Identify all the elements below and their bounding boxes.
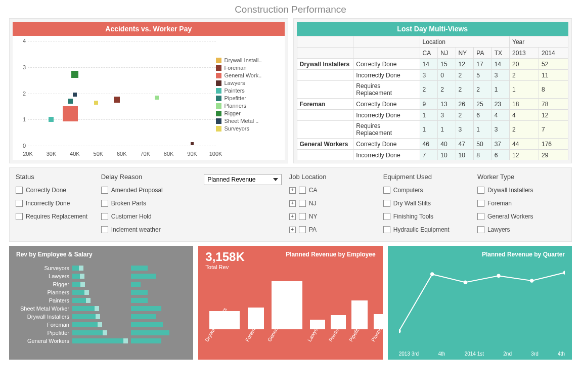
lostday-table: LocationYearCANJNYPATX20132014Drywall In…	[297, 36, 569, 160]
legend-item[interactable]: Sheet Metal ..	[216, 117, 282, 124]
filter-checkbox[interactable]: Incorrectly Done	[16, 200, 95, 207]
checkbox-icon[interactable]	[101, 213, 108, 220]
scatter-point[interactable]	[71, 71, 78, 78]
card-title-prev-emp: Planned Revenue by Employee	[286, 251, 375, 258]
svg-point-3	[497, 274, 500, 278]
legend-item[interactable]: General Work..	[216, 72, 282, 79]
panel-accidents-vs-pay: Accidents vs. Worker Pay 0123420K30K40K5…	[9, 18, 288, 163]
filter-title-location: Job Location	[289, 173, 377, 181]
filter-checkbox[interactable]: General Workers	[477, 213, 565, 220]
checkbox-icon[interactable]	[477, 213, 484, 220]
legend-item[interactable]: Painters	[216, 87, 282, 94]
filter-checkbox[interactable]: +CA	[289, 187, 377, 194]
filter-checkbox[interactable]: +NJ	[289, 200, 377, 207]
expand-icon[interactable]: +	[289, 187, 296, 194]
checkbox-icon[interactable]	[101, 200, 108, 207]
checkbox-icon[interactable]	[383, 200, 390, 207]
filter-checkbox[interactable]: Customer Hold	[101, 213, 198, 220]
hbar-label: Painters	[16, 297, 69, 303]
checkbox-icon[interactable]	[477, 187, 484, 194]
hbar-chart[interactable]: SurveyorsLawyersRiggerPlannersPaintersSh…	[16, 264, 186, 344]
checkbox-icon[interactable]	[299, 226, 306, 233]
svg-point-4	[530, 279, 533, 283]
scatter-point[interactable]	[114, 97, 120, 103]
checkbox-icon[interactable]	[101, 187, 108, 194]
checkbox-icon[interactable]	[16, 213, 23, 220]
filter-checkbox[interactable]: Correctly Done	[16, 187, 95, 194]
panel-title-lostday: Lost Day Multi-Views	[297, 22, 569, 36]
scatter-legend: Drywall Install..ForemanGeneral Work..La…	[216, 36, 285, 160]
checkbox-icon[interactable]	[16, 200, 23, 207]
card-planned-rev-quarter: Planned Revenue by Quarter 2013 3rd4th20…	[388, 246, 572, 360]
scatter-point[interactable]	[94, 101, 98, 105]
filter-checkbox[interactable]: Drywall Installers	[477, 187, 565, 194]
scatter-point[interactable]	[63, 106, 78, 121]
hbar-label: Sheet Metal Worker	[16, 306, 69, 312]
checkbox-icon[interactable]	[101, 226, 108, 233]
filter-checkbox[interactable]: Computers	[383, 187, 471, 194]
legend-item[interactable]: Surveyors	[216, 125, 282, 132]
panel-title-accidents: Accidents vs. Worker Pay	[13, 22, 285, 36]
hbar-label: Pipefitter	[16, 330, 69, 336]
vbar-chart[interactable]: Drywall InstallersForemanGeneral Workers…	[205, 276, 375, 355]
scatter-point[interactable]	[73, 93, 77, 97]
svg-point-5	[563, 271, 565, 275]
card-rev-employee-salary: Rev by Employee & Salary SurveyorsLawyer…	[9, 246, 193, 360]
filter-title-status: Status	[16, 173, 95, 181]
checkbox-icon[interactable]	[383, 187, 390, 194]
checkbox-icon[interactable]	[477, 200, 484, 207]
svg-point-1	[430, 272, 434, 276]
filter-checkbox[interactable]: Broken Parts	[101, 200, 198, 207]
filter-checkbox[interactable]: Finishing Tools	[383, 213, 471, 220]
hbar-label: Surveyors	[16, 265, 69, 271]
total-rev-label: Total Rev	[205, 264, 375, 270]
checkbox-icon[interactable]	[299, 200, 306, 207]
checkbox-icon[interactable]	[383, 226, 390, 233]
filter-checkbox[interactable]: Inclement weather	[101, 226, 198, 233]
filter-checkbox[interactable]: Foreman	[477, 200, 565, 207]
card-planned-rev-employee: Planned Revenue by Employee 3,158K Total…	[198, 246, 382, 360]
legend-item[interactable]: Rigger	[216, 110, 282, 117]
filter-title-worker: Worker Type	[477, 173, 565, 181]
filter-checkbox[interactable]: Hydraulic Equipment	[383, 226, 471, 233]
scatter-point[interactable]	[155, 96, 159, 100]
caret-down-icon	[273, 178, 278, 181]
filter-title-delay: Delay Reason	[101, 173, 198, 181]
checkbox-icon[interactable]	[477, 226, 484, 233]
scatter-point[interactable]	[68, 99, 73, 104]
hbar-label: Rigger	[16, 281, 69, 287]
filter-checkbox[interactable]: +NY	[289, 213, 377, 220]
revenue-select[interactable]: Planned Revenue	[204, 174, 282, 185]
filter-checkbox[interactable]: Amended Proposal	[101, 187, 198, 194]
page-title: Construction Performance	[0, 0, 581, 18]
legend-item[interactable]: Planners	[216, 102, 282, 109]
line-chart[interactable]	[399, 266, 565, 347]
checkbox-icon[interactable]	[16, 187, 23, 194]
line-x-axis: 2013 3rd4th2014 1st2nd3rd4th	[399, 351, 565, 357]
filter-title-equipment: Equipment Used	[383, 173, 471, 181]
filter-checkbox[interactable]: Requires Replacement	[16, 213, 95, 220]
legend-item[interactable]: Drywall Install..	[216, 57, 282, 64]
scatter-chart[interactable]: 0123420K30K40K50K60K70K80K90K100K	[13, 36, 216, 160]
legend-item[interactable]: Foreman	[216, 64, 282, 71]
scatter-point[interactable]	[49, 117, 54, 122]
expand-icon[interactable]: +	[289, 213, 296, 220]
legend-item[interactable]: Lawyers	[216, 79, 282, 86]
filter-checkbox[interactable]: Dry Wall Stilts	[383, 200, 471, 207]
expand-icon[interactable]: +	[289, 200, 296, 207]
lostday-table-wrap[interactable]: LocationYearCANJNYPATX20132014Drywall In…	[297, 36, 569, 160]
svg-point-2	[463, 280, 467, 284]
filter-panel: Status Correctly DoneIncorrectly DoneReq…	[9, 167, 572, 242]
card-title-prev-quarter: Planned Revenue by Quarter	[482, 251, 565, 258]
filter-checkbox[interactable]: +PA	[289, 226, 377, 233]
legend-item[interactable]: Pipefitter	[216, 95, 282, 102]
checkbox-icon[interactable]	[299, 187, 306, 194]
hbar-label: Planners	[16, 289, 69, 295]
scatter-point[interactable]	[191, 142, 194, 145]
checkbox-icon[interactable]	[383, 213, 390, 220]
checkbox-icon[interactable]	[299, 213, 306, 220]
expand-icon[interactable]: +	[289, 227, 296, 233]
filter-checkbox[interactable]: Lawyers	[477, 226, 565, 233]
revenue-select-label: Planned Revenue	[207, 176, 255, 183]
svg-point-0	[399, 329, 401, 333]
